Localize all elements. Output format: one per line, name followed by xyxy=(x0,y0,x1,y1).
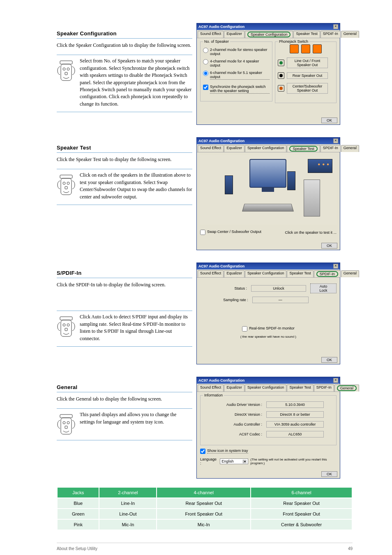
svg-rect-14 xyxy=(65,328,67,331)
table-cell: Rear Speaker Out xyxy=(157,498,251,509)
tab-spdif-in[interactable]: SPDIF-In xyxy=(321,145,341,152)
tab-equalizer[interactable]: Equalizer xyxy=(224,145,244,152)
jack-lineout-label: Line Out / Front Speaker Out xyxy=(287,58,328,68)
tab-spdif-in[interactable]: SPDIF-In xyxy=(314,385,334,391)
ok-button[interactable]: OK xyxy=(321,117,337,123)
note-text-spdif-in: Click Auto Lock to detect S/PDIF input a… xyxy=(77,313,192,342)
group-title-no-of-speaker: No. of Speaker xyxy=(203,39,230,44)
section-body-speaker-test: Click the Speaker Test tab to display th… xyxy=(57,156,192,163)
radio-4ch-label: 4-channel mode for 4 speaker output xyxy=(210,59,270,67)
tab-speaker-test[interactable]: Speaker Test xyxy=(293,31,320,38)
tab-general[interactable]: General xyxy=(334,385,359,391)
tab-row: Sound Effect Equalizer Speaker Configura… xyxy=(197,384,340,392)
table-cell: Front Speaker Out xyxy=(251,509,352,519)
checkbox-swap-label: Swap Center / Subwoofer Output xyxy=(207,230,261,234)
dialog-title: AC97 Audio Configuration xyxy=(198,25,244,29)
phonejack-illustration-icon xyxy=(290,44,299,53)
language-select[interactable]: English ▾ xyxy=(220,458,248,464)
tab-speaker-configuration[interactable]: Speaker Configuration xyxy=(245,270,287,277)
sampling-value: — xyxy=(252,297,309,303)
tab-speaker-test[interactable]: Speaker Test xyxy=(287,385,313,391)
left-speaker-icon[interactable] xyxy=(225,175,233,194)
tab-sound-effect[interactable]: Sound Effect xyxy=(198,385,224,391)
close-icon[interactable]: × xyxy=(333,24,338,29)
tab-speaker-configuration[interactable]: Speaker Configuration xyxy=(245,31,293,38)
language-restart-note: (The setting will not be activated until… xyxy=(251,458,337,465)
checkbox-swap[interactable] xyxy=(200,230,205,235)
ok-button[interactable]: OK xyxy=(321,357,337,363)
tab-sound-effect[interactable]: Sound Effect xyxy=(198,145,224,152)
tab-speaker-test[interactable]: Speaker Test xyxy=(287,145,320,152)
note-bottom-rule xyxy=(57,112,192,112)
speaker-test-illustration: ● ● ● xyxy=(200,155,337,225)
jack-center-icon[interactable] xyxy=(278,85,284,92)
dialog-titlebar[interactable]: AC97 Audio Configuration × xyxy=(197,377,340,384)
monitor-base-icon xyxy=(262,188,274,192)
tab-speaker-configuration[interactable]: Speaker Configuration xyxy=(245,145,287,152)
ok-button[interactable]: OK xyxy=(321,471,337,477)
section-rule xyxy=(57,278,192,278)
tab-general[interactable]: General xyxy=(341,31,359,38)
audio-driver-label: Audio Driver Version : xyxy=(213,403,262,407)
tab-row: Sound Effect Equalizer Speaker Configura… xyxy=(197,30,340,38)
section-title-spdif-in: S/PDIF-In xyxy=(57,270,192,276)
note-top-rule xyxy=(57,408,192,409)
dialog-titlebar[interactable]: AC97 Audio Configuration × xyxy=(197,138,340,144)
section-rule xyxy=(57,392,192,392)
svg-rect-15 xyxy=(60,415,72,418)
tab-highlight-icon: Speaker Test xyxy=(289,146,317,152)
tab-spdif-in[interactable]: SPDIF-In xyxy=(314,270,341,277)
close-icon[interactable]: × xyxy=(333,378,338,383)
subwoofer-icon[interactable]: ● ● ● xyxy=(308,159,332,173)
dialog-titlebar[interactable]: AC97 Audio Configuration × xyxy=(197,23,340,30)
auto-lock-button[interactable]: Auto Lock xyxy=(310,283,337,293)
note-robot-icon xyxy=(57,414,77,436)
tab-general[interactable]: General xyxy=(341,270,359,277)
tab-equalizer[interactable]: Equalizer xyxy=(224,385,244,391)
tab-equalizer[interactable]: Equalizer xyxy=(224,31,244,38)
jack-lineout-icon[interactable] xyxy=(278,60,284,66)
right-speaker-icon[interactable] xyxy=(287,171,295,190)
tab-general[interactable]: General xyxy=(341,145,359,152)
dialog-speaker-test: AC97 Audio Configuration × Sound Effect … xyxy=(196,137,340,250)
chevron-down-icon: ▾ xyxy=(243,460,247,463)
table-row: Green Line-Out Front Speaker Out Front S… xyxy=(57,509,352,519)
speaker-test-hint: Click on the speaker to test it ... xyxy=(285,230,337,235)
close-icon[interactable]: × xyxy=(333,264,338,269)
radio-2ch[interactable] xyxy=(203,48,208,53)
table-cell: Rear Speaker Out xyxy=(251,498,352,509)
close-icon[interactable]: × xyxy=(333,138,338,143)
tab-sound-effect[interactable]: Sound Effect xyxy=(198,31,224,38)
note-bottom-rule xyxy=(57,346,192,347)
section-body-general: Click the General tab to display the fol… xyxy=(57,396,192,403)
tab-row: Sound Effect Equalizer Speaker Configura… xyxy=(197,269,340,278)
group-title-phonejack-switch: Phonejack Switch xyxy=(278,39,309,44)
table-header: Jacks xyxy=(57,487,99,498)
realtime-sub-note: ( the rear speaker will have no sound ) xyxy=(200,335,337,339)
tab-speaker-configuration[interactable]: Speaker Configuration xyxy=(245,385,287,391)
note-top-rule xyxy=(57,311,192,311)
jack-rear-icon[interactable] xyxy=(278,72,284,79)
table-header: 6-channel xyxy=(251,487,352,498)
table-cell: Front Speaker Out xyxy=(157,509,251,519)
dialog-title: AC97 Audio Configuration xyxy=(198,264,244,268)
checkbox-realtime-spdif[interactable] xyxy=(242,326,247,332)
tab-spdif-in[interactable]: SPDIF-In xyxy=(321,31,341,38)
phonejack-illustration-icon xyxy=(313,44,322,53)
svg-point-3 xyxy=(67,68,69,70)
checkbox-sync[interactable] xyxy=(203,85,208,90)
ok-button[interactable]: OK xyxy=(321,243,337,249)
directx-label: DirectX Version : xyxy=(213,412,262,417)
audio-driver-value: 5.10.0.3940 xyxy=(266,401,324,408)
radio-6ch[interactable] xyxy=(203,71,208,76)
tab-equalizer[interactable]: Equalizer xyxy=(224,270,244,277)
table-cell: Green xyxy=(57,509,99,519)
radio-4ch[interactable] xyxy=(203,59,208,64)
note-robot-icon xyxy=(57,60,77,82)
checkbox-show-icon[interactable] xyxy=(200,449,205,454)
section-body-spdif-in: Click the SPDIF-In tab to display the fo… xyxy=(57,281,192,288)
svg-point-17 xyxy=(63,421,65,424)
dialog-titlebar[interactable]: AC97 Audio Configuration × xyxy=(197,263,340,269)
tab-sound-effect[interactable]: Sound Effect xyxy=(198,270,224,277)
tab-speaker-test[interactable]: Speaker Test xyxy=(287,270,313,277)
